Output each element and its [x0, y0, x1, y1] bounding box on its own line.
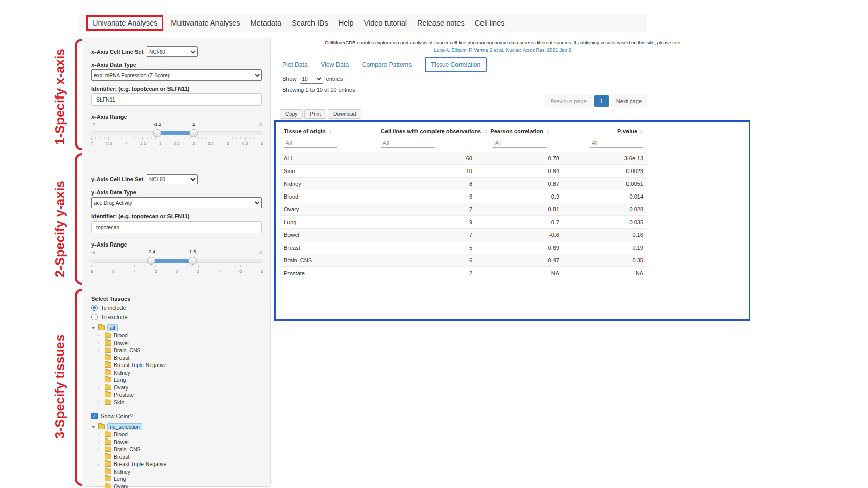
folder-icon	[105, 370, 111, 375]
sort-icon[interactable]: ▲▼	[484, 129, 487, 134]
tree-item-kidney[interactable]: Kidney	[98, 468, 262, 476]
column-filter-input-tissue-of-origin[interactable]	[284, 139, 337, 148]
x-cell-line-set-select[interactable]: NCI-60	[147, 46, 198, 57]
print-button[interactable]: Print	[304, 109, 326, 119]
citation-link[interactable]: Luna A, Elloumi F, Varma S et al. Nuclei…	[280, 47, 727, 53]
select-tissues-heading: Select Tissues	[91, 296, 262, 302]
tree-item-lung[interactable]: Lung	[98, 376, 262, 384]
slider-grid: -7-5.5-4-2.5-10.523.556.58	[91, 137, 262, 148]
next-page-button[interactable]: Next page	[611, 95, 647, 107]
value-cell: 0.035	[563, 216, 647, 229]
tree-item-kidney[interactable]: Kidney	[98, 369, 262, 377]
table-row-breast[interactable]: Breast50.690.19	[280, 241, 647, 254]
sidebar-panel: x-Axis Cell Line Set NCI-60 x-Axis Data …	[83, 38, 271, 487]
tree-item-breast-triple-negative[interactable]: Breast Triple Negative	[98, 460, 262, 468]
nav-item-release-notes[interactable]: Release notes	[412, 15, 470, 31]
tree-item-breast[interactable]: Breast	[98, 453, 262, 461]
table-filter-row	[280, 138, 647, 152]
y-cell-line-set-select[interactable]: NCI-60	[147, 174, 198, 184]
page-size-select[interactable]: 10	[300, 74, 323, 84]
x-data-type-select[interactable]: exp: mRNA Expression (Z-Score)	[91, 69, 262, 81]
table-row-prostate[interactable]: Prostate2NANA	[280, 267, 647, 280]
tree-item-prostate[interactable]: Prostate	[98, 391, 262, 399]
column-filter-input-cell-lines-with-complete-observations[interactable]	[381, 139, 435, 148]
tab-plot-data[interactable]: Plot Data	[282, 61, 307, 68]
column-header-cell-lines-with-complete-observations[interactable]: Cell lines with complete observations▲▼	[377, 125, 476, 138]
tree-item-skin[interactable]: Skin	[98, 399, 262, 406]
slider-handle-to[interactable]	[188, 257, 197, 265]
column-header-pearson-correlation[interactable]: Pearson correlation▲▼	[476, 125, 563, 138]
table-row-ovary[interactable]: Ovary70.810.028	[280, 203, 647, 216]
nav-item-univariate-analyses[interactable]: Univariate Analyses	[86, 15, 163, 31]
tissue-correlation-table: Tissue of origin▲▼Cell lines with comple…	[280, 125, 647, 279]
slider-handle-from[interactable]	[153, 129, 161, 137]
slider-handle-from[interactable]	[147, 257, 155, 265]
column-header-label: Cell lines with complete observations	[381, 128, 481, 134]
table-row-lung[interactable]: Lung90.70.035	[280, 216, 647, 229]
table-row-kidney[interactable]: Kidney80.870.0051	[280, 178, 647, 190]
download-button[interactable]: Download	[328, 109, 361, 119]
nav-item-metadata[interactable]: Metadata	[246, 15, 286, 31]
x-range-slider[interactable]: -78-1.22-7-5.5-4-2.5-10.523.556.58	[91, 122, 262, 151]
nav-item-search-ids[interactable]: Search IDs	[286, 15, 333, 31]
value-cell: 0.81	[476, 203, 563, 216]
column-filter-input-p-value[interactable]	[590, 139, 643, 148]
tree-item-brain-cns[interactable]: Brain_CNS	[98, 347, 262, 354]
table-row-skin[interactable]: Skin100.840.0023	[280, 165, 647, 178]
citation-text: CellMinerCDB enables exploration and ana…	[280, 40, 727, 45]
y-identifier-input[interactable]	[91, 221, 262, 233]
tissue-cell: Breast	[280, 241, 377, 254]
table-row-blood[interactable]: Blood60.90.014	[280, 190, 647, 203]
y-range-slider[interactable]: -88-2.41.5-8-6-4-202468	[91, 250, 262, 278]
tab-view-data[interactable]: View Data	[321, 61, 348, 68]
value-cell: 0.69	[476, 241, 563, 254]
tab-compare-patterns[interactable]: Compare Patterns	[362, 61, 412, 68]
tree-item-ovary[interactable]: Ovary	[98, 483, 262, 488]
slider-to-value: 1.5	[189, 249, 196, 254]
tissues-include-radio[interactable]: To include	[91, 305, 262, 311]
value-cell: 0.0023	[563, 165, 647, 178]
column-header-p-value[interactable]: P-value▲▼	[563, 125, 647, 138]
x-identifier-input[interactable]	[91, 93, 262, 106]
annotation-step2: 2-Specify y-axis	[47, 173, 73, 285]
sort-icon[interactable]: ▲▼	[640, 129, 643, 134]
column-header-tissue-of-origin[interactable]: Tissue of origin▲▼	[280, 125, 377, 138]
table-row-brain-cns[interactable]: Brain_CNS60.470.35	[280, 254, 647, 267]
show-entries-control: Show 10 entries	[282, 74, 343, 84]
previous-page-button[interactable]: Previous page	[545, 95, 592, 107]
tree-root-all[interactable]: all	[91, 324, 262, 331]
nav-item-help[interactable]: Help	[333, 15, 359, 31]
folder-icon	[105, 440, 111, 445]
tissues-exclude-radio[interactable]: To exclude	[91, 314, 262, 320]
y-data-type-select[interactable]: act: Drug Activity	[91, 197, 262, 208]
nav-item-cell-lines[interactable]: Cell lines	[470, 15, 510, 31]
tree-item-blood[interactable]: Blood	[98, 332, 262, 339]
tree-item-label: Kidney	[114, 469, 130, 475]
copy-button[interactable]: Copy	[280, 109, 303, 119]
tree-item-ovary[interactable]: Ovary	[98, 384, 262, 392]
slider-max-label: 8	[259, 250, 262, 255]
slider-handle-to[interactable]	[189, 129, 198, 137]
tree-item-label: Breast	[114, 355, 129, 361]
nav-item-multivariate-analyses[interactable]: Multivariate Analyses	[165, 15, 245, 31]
value-cell: 0.16	[563, 229, 647, 241]
tree-item-bowel[interactable]: Bowel	[98, 339, 262, 347]
tissue-cell: Lung	[280, 216, 377, 229]
tab-tissue-correlation[interactable]: Tissue Correlation	[425, 57, 487, 72]
column-header-label: P-value	[617, 128, 637, 134]
show-color-checkbox[interactable]: Show Color?	[91, 413, 262, 419]
table-row-all[interactable]: ALL600.783.6e-13	[280, 152, 647, 165]
page-1-button[interactable]: 1	[594, 95, 609, 107]
tree-root-no-selection[interactable]: no_selection	[91, 423, 262, 430]
tree-item-brain-cns[interactable]: Brain_CNS	[98, 446, 262, 453]
tree-item-bowel[interactable]: Bowel	[98, 438, 262, 446]
table-row-bowel[interactable]: Bowel7-0.60.16	[280, 229, 647, 241]
tree-item-blood[interactable]: Blood	[98, 431, 262, 438]
tree-item-breast-triple-negative[interactable]: Breast Triple Negative	[98, 361, 262, 369]
tree-item-breast[interactable]: Breast	[98, 354, 262, 362]
nav-item-video-tutorial[interactable]: Video tutorial	[359, 15, 412, 31]
tree-item-lung[interactable]: Lung	[98, 475, 262, 483]
column-filter-input-pearson-correlation[interactable]	[493, 139, 547, 148]
sort-icon[interactable]: ▲▼	[329, 129, 332, 134]
sort-icon[interactable]: ▲▼	[546, 129, 549, 134]
